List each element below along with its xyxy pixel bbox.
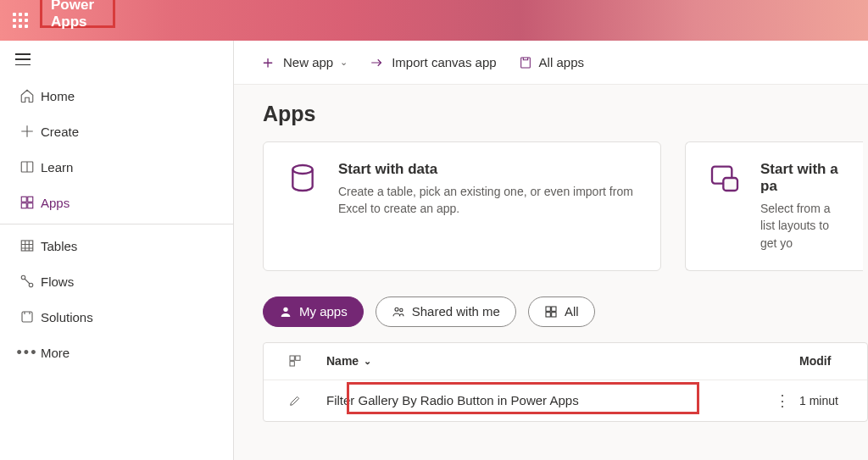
filter-all[interactable]: All — [528, 297, 595, 327]
name-column-header[interactable]: Name ⌄ — [326, 354, 799, 368]
chevron-down-icon: ⌄ — [364, 356, 371, 367]
type-column-icon — [264, 354, 326, 368]
sidebar-item-learn[interactable]: Learn — [0, 149, 233, 185]
command-bar: ＋ New app ⌄ Import canvas app All apps — [234, 41, 868, 85]
database-icon — [286, 161, 320, 195]
svg-rect-16 — [546, 307, 550, 311]
table-row[interactable]: Filter Gallery By Radio Button in Power … — [264, 380, 867, 421]
sidebar-item-solutions[interactable]: Solutions — [0, 299, 233, 335]
page-layout-icon — [708, 161, 742, 195]
card-start-with-data[interactable]: Start with data Create a table, pick an … — [263, 141, 661, 271]
card-title: Start with a pa — [760, 161, 841, 195]
filter-label: Shared with me — [412, 304, 500, 319]
card-start-with-page[interactable]: Start with a pa Select from a list layou… — [685, 141, 863, 271]
sidebar-item-more[interactable]: ••• More — [0, 335, 233, 370]
filter-label: My apps — [299, 304, 348, 319]
sidebar-item-label: Solutions — [41, 310, 93, 324]
sidebar-item-label: Home — [41, 89, 75, 103]
modified-column-header[interactable]: Modif — [799, 354, 867, 368]
sidebar-item-label: Tables — [41, 239, 77, 253]
sidebar-item-label: Apps — [41, 196, 70, 210]
edit-icon[interactable] — [264, 394, 326, 407]
apps-icon — [14, 195, 41, 210]
svg-rect-3 — [21, 203, 26, 208]
svg-point-13 — [283, 308, 287, 312]
svg-rect-17 — [552, 307, 556, 311]
sidebar-item-label: Flows — [41, 274, 74, 289]
svg-rect-18 — [546, 313, 550, 317]
all-apps-button[interactable]: All apps — [519, 55, 584, 69]
grid-icon — [544, 305, 558, 319]
all-apps-label: All apps — [539, 55, 584, 69]
svg-rect-5 — [21, 241, 33, 251]
brand-title-highlight: Power Apps — [40, 0, 115, 28]
book-icon — [14, 159, 41, 175]
svg-rect-2 — [28, 197, 33, 202]
solutions-icon — [14, 309, 41, 324]
header-background — [0, 0, 868, 41]
import-icon — [370, 55, 385, 70]
import-canvas-button[interactable]: Import canvas app — [370, 55, 496, 70]
all-apps-icon — [519, 56, 532, 69]
svg-rect-9 — [520, 58, 530, 68]
flow-icon — [14, 274, 41, 289]
plus-icon — [14, 124, 41, 139]
app-name: Filter Gallery By Radio Button in Power … — [326, 393, 765, 407]
card-desc: Create a table, pick an existing one, or… — [338, 183, 638, 218]
sidebar-item-home[interactable]: Home — [0, 78, 233, 114]
svg-point-15 — [399, 308, 402, 311]
svg-rect-8 — [22, 312, 32, 322]
sidebar-divider — [0, 224, 233, 224]
start-cards: Start with data Create a table, pick an … — [234, 141, 868, 271]
filter-my-apps[interactable]: My apps — [263, 297, 364, 327]
header: Power Apps — [0, 0, 41, 41]
new-app-button[interactable]: ＋ New app ⌄ — [259, 51, 348, 74]
svg-rect-21 — [296, 356, 300, 360]
home-icon — [14, 88, 41, 103]
app-launcher-icon[interactable] — [0, 0, 41, 41]
table-icon — [14, 238, 41, 253]
main-content: ＋ New app ⌄ Import canvas app All apps A… — [234, 41, 868, 460]
import-label: Import canvas app — [392, 55, 496, 69]
svg-rect-22 — [290, 362, 294, 366]
filter-shared[interactable]: Shared with me — [376, 297, 516, 327]
filter-pills: My apps Shared with me All — [234, 271, 868, 342]
people-icon — [392, 305, 405, 319]
chevron-down-icon: ⌄ — [340, 57, 348, 68]
app-modified: 1 minut — [799, 394, 867, 407]
svg-rect-20 — [290, 356, 294, 360]
sidebar-item-flows[interactable]: Flows — [0, 263, 233, 299]
plus-icon: ＋ — [259, 51, 276, 74]
sidebar-item-apps[interactable]: Apps — [0, 185, 233, 220]
svg-point-10 — [292, 165, 312, 174]
sidebar-item-tables[interactable]: Tables — [0, 228, 233, 263]
apps-grid: Name ⌄ Modif Filter Gallery By Radio But… — [263, 342, 868, 422]
row-more-icon[interactable]: ⋮ — [765, 391, 799, 410]
person-icon — [279, 305, 292, 319]
sidebar-item-label: Learn — [41, 160, 73, 175]
name-header-label: Name — [326, 354, 359, 368]
svg-point-14 — [395, 308, 398, 311]
sidebar-item-label: Create — [41, 125, 79, 139]
hamburger-icon[interactable] — [15, 53, 31, 65]
sidebar-item-create[interactable]: Create — [0, 114, 233, 149]
sidebar: Home Create Learn Apps Tables — [0, 41, 234, 460]
sidebar-item-label: More — [41, 346, 70, 360]
svg-rect-12 — [723, 178, 737, 191]
filter-label: All — [565, 304, 579, 319]
card-title: Start with data — [338, 161, 638, 178]
new-app-label: New app — [283, 55, 333, 69]
more-icon: ••• — [14, 344, 41, 362]
svg-rect-19 — [552, 313, 556, 317]
brand-title[interactable]: Power Apps — [51, 0, 104, 30]
grid-header: Name ⌄ Modif — [264, 343, 867, 380]
svg-rect-4 — [28, 203, 33, 208]
page-title: Apps — [234, 85, 868, 141]
card-desc: Select from a list layouts to get yo — [760, 200, 841, 252]
svg-rect-1 — [21, 197, 26, 202]
